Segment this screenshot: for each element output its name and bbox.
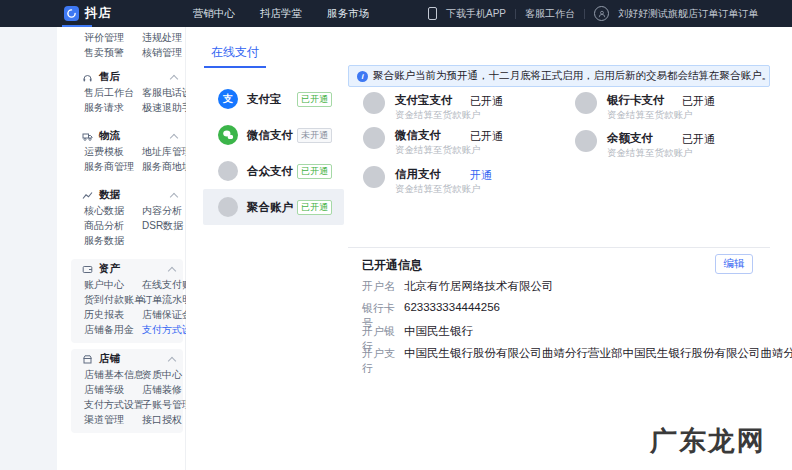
sidebar-item-product-analysis[interactable]: 商品分析 xyxy=(84,219,142,233)
section-divider xyxy=(348,247,770,248)
sidebar-item-cod-bill[interactable]: 货到付款账单 xyxy=(84,293,142,307)
sidebar-section-aftersale[interactable]: 售后 xyxy=(57,69,185,85)
sidebar-row: 评价管理 违规处理 xyxy=(57,30,185,45)
method-name: 聚合账户 xyxy=(247,200,293,215)
sidebar-item-sub-account[interactable]: 子账号管理 xyxy=(142,398,192,412)
sidebar-item-account-center[interactable]: 账户中心 xyxy=(84,278,142,292)
sidebar-item-reserve-fund[interactable]: 店铺备用金 xyxy=(84,323,142,337)
method-row-aggregate-selected[interactable]: 聚合账户 已开通 xyxy=(203,189,344,225)
notice-text: 聚合账户当前为预开通，十二月底将正式启用，启用后新的交易都会结算在聚合账户。 xyxy=(373,69,772,83)
sidebar-item-freight-template[interactable]: 运费模板 xyxy=(84,145,142,159)
sidebar-item-aftersale-workbench[interactable]: 售后工作台 xyxy=(84,86,142,100)
sidebar-item-shop-basic-info[interactable]: 店铺基本信息 xyxy=(84,368,142,382)
channel-status: 已开通 xyxy=(470,129,503,144)
sidebar-item-shop-level[interactable]: 店铺等级 xyxy=(84,383,142,397)
sidebar-row: 售卖预警 核销管理 xyxy=(57,45,185,60)
sidebar-row: 商品分析 DSR数据 xyxy=(57,218,185,233)
sidebar-panel-assets: 资产 账户中心 在线支付账单 货到付款账单 订单流水明细 历史报表 店铺保证金 … xyxy=(71,259,183,343)
nav-item-academy[interactable]: 抖店学堂 xyxy=(260,7,302,21)
channel-status: 已开通 xyxy=(682,94,715,109)
sidebar-item-provider-manage[interactable]: 服务商管理 xyxy=(84,160,142,174)
chevron-up-icon[interactable] xyxy=(170,134,178,142)
channel-icon xyxy=(575,92,597,114)
method-name: 合众支付 xyxy=(247,164,293,179)
sidebar-row: 支付方式设置 子账号管理 xyxy=(71,397,183,412)
chevron-up-icon[interactable] xyxy=(168,267,176,275)
watermark: 广东龙网 xyxy=(650,423,766,459)
sidebar-item-violation[interactable]: 违规处理 xyxy=(142,31,182,45)
sidebar-item-fast-refund[interactable]: 极速退助手 xyxy=(142,101,192,115)
workbench-link[interactable]: 客服工作台 xyxy=(525,7,575,21)
channel-cell-credit: 信用支付 资金结算至货款账户 开通 xyxy=(363,166,563,198)
brand-logo[interactable]: 抖店 xyxy=(64,0,112,27)
method-row-alipay[interactable]: 支 支付宝 已开通 xyxy=(203,81,344,117)
channel-icon xyxy=(575,130,597,152)
chevron-up-icon[interactable] xyxy=(170,75,178,83)
sidebar-item-api-auth[interactable]: 接口授权 xyxy=(142,413,182,427)
chevron-up-icon[interactable] xyxy=(168,357,176,365)
sidebar-row: 服务数据 xyxy=(57,233,185,248)
info-icon: i xyxy=(357,71,368,82)
avatar xyxy=(594,6,609,21)
channel-desc: 资金结算至货款账户 xyxy=(395,144,481,157)
sidebar-item-shop-decoration[interactable]: 店铺装修 xyxy=(142,383,182,397)
top-navbar: 抖店 营销中心 抖店学堂 服务市场 下载手机APP 客服工作台 刘好好测试旗舰店… xyxy=(0,0,792,27)
sidebar-row: 账户中心 在线支付账单 xyxy=(71,277,183,292)
edit-button[interactable]: 编辑 xyxy=(715,254,753,274)
aggregate-account-icon xyxy=(218,197,238,217)
sidebar-item-verify-manage[interactable]: 核销管理 xyxy=(142,46,182,60)
shop-icon xyxy=(82,354,93,365)
open-credit-link[interactable]: 开通 xyxy=(470,168,492,183)
sidebar-item-deposit[interactable]: 店铺保证金 xyxy=(142,308,192,322)
channel-desc: 资金结算至货款账户 xyxy=(607,147,693,160)
left-rail xyxy=(0,27,57,470)
sidebar-item-provider-address[interactable]: 服务商地址 xyxy=(142,160,192,174)
sidebar-row: 店铺等级 店铺装修 xyxy=(71,382,183,397)
sidebar-item-address-lib[interactable]: 地址库管理 xyxy=(142,145,192,159)
channel-cell-wechat: 微信支付 资金结算至货款账户 已开通 xyxy=(363,127,563,159)
channel-icon xyxy=(363,92,385,114)
sidebar-item-review-manage[interactable]: 评价管理 xyxy=(84,31,142,45)
nav-item-market[interactable]: 服务市场 xyxy=(327,7,369,21)
account-name[interactable]: 刘好好测试旗舰店订单订单订单 xyxy=(618,7,758,21)
sidebar-row: 货到付款账单 订单流水明细 xyxy=(71,292,183,307)
phone-icon xyxy=(428,7,437,20)
aftersale-icon xyxy=(82,72,93,83)
sidebar-item-history-report[interactable]: 历史报表 xyxy=(84,308,142,322)
info-value: 北京有竹居网络技术有限公司 xyxy=(404,279,554,294)
channel-status: 已开通 xyxy=(470,94,503,109)
method-name: 支付宝 xyxy=(247,92,282,107)
info-row-account-name: 开户名 北京有竹居网络技术有限公司 xyxy=(362,279,554,294)
sidebar-item-dsr-data[interactable]: DSR数据 xyxy=(142,219,183,233)
sidebar-item-channel-manage[interactable]: 渠道管理 xyxy=(84,413,142,427)
channel-icon xyxy=(363,166,385,188)
sidebar-section-shop[interactable]: 店铺 xyxy=(71,351,183,367)
channel-name: 银行卡支付 xyxy=(607,93,665,108)
sidebar-item-core-data[interactable]: 核心数据 xyxy=(84,204,142,218)
sidebar-row: 服务商管理 服务商地址 xyxy=(57,159,185,174)
sidebar-item-payment-method-settings[interactable]: 支付方式设置 xyxy=(84,398,142,412)
sidebar-section-assets[interactable]: 资产 xyxy=(71,261,183,277)
sidebar-section-logistics[interactable]: 物流 xyxy=(57,128,185,144)
tab-online-payment[interactable]: 在线支付 xyxy=(205,44,265,61)
channel-name: 余额支付 xyxy=(607,131,653,146)
sidebar-item-qualification-center[interactable]: 资质中心 xyxy=(142,368,182,382)
method-row-hezhong[interactable]: 合众支付 已开通 xyxy=(203,153,344,189)
sidebar-item-service-data[interactable]: 服务数据 xyxy=(84,234,142,248)
nav-item-marketing[interactable]: 营销中心 xyxy=(193,7,235,21)
status-badge: 已开通 xyxy=(297,164,332,179)
channel-cell-bankcard: 银行卡支付 资金结算至货款账户 已开通 xyxy=(575,92,775,124)
chevron-up-icon[interactable] xyxy=(170,193,178,201)
doudian-logo-icon xyxy=(64,6,79,21)
hezhong-pay-icon xyxy=(218,161,238,181)
sidebar-item-content-analysis[interactable]: 内容分析 xyxy=(142,204,182,218)
sidebar-row: 店铺备用金 支付方式设置 xyxy=(71,322,183,337)
sidebar-item-service-request[interactable]: 服务请求 xyxy=(84,101,142,115)
section-title: 售后 xyxy=(99,70,120,84)
sidebar-item-sale-warning[interactable]: 售卖预警 xyxy=(84,46,142,60)
channel-cell-alipay: 支付宝支付 资金结算至货款账户 已开通 xyxy=(363,92,563,124)
notice-banner: i 聚合账户当前为预开通，十二月底将正式启用，启用后新的交易都会结算在聚合账户。 xyxy=(348,65,770,87)
sidebar-section-data[interactable]: 数据 xyxy=(57,187,185,203)
download-app-link[interactable]: 下载手机APP xyxy=(446,7,506,21)
method-row-wechat[interactable]: 微信支付 未开通 xyxy=(203,117,344,153)
